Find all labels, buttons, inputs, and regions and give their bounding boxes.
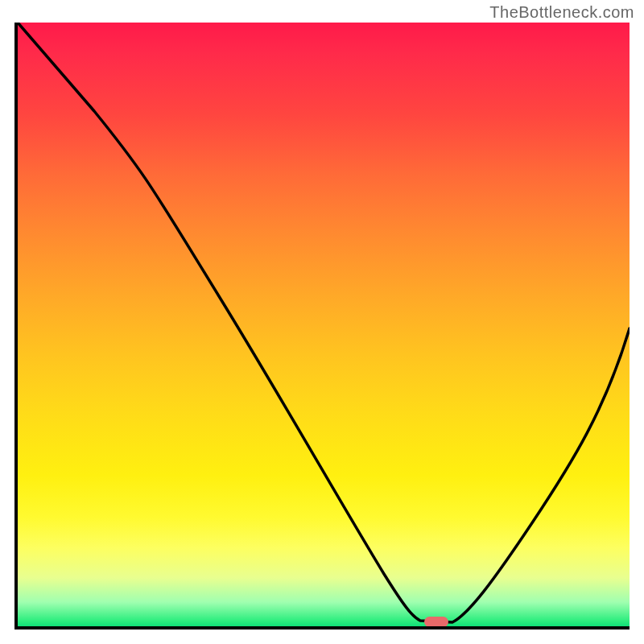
plot-area: [14, 23, 630, 630]
chart-container: TheBottleneck.com: [0, 0, 644, 644]
curve-svg: [18, 23, 630, 626]
optimal-marker: [424, 617, 448, 626]
bottleneck-curve-path: [18, 23, 630, 622]
watermark-text: TheBottleneck.com: [489, 3, 634, 22]
